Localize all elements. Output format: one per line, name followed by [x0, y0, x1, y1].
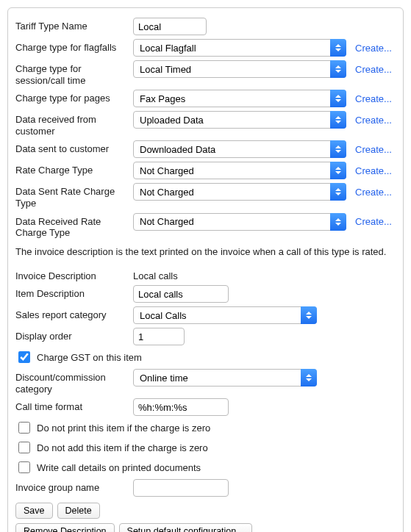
checkbox-write-details[interactable] — [18, 461, 30, 473]
select-data-sent-rate[interactable]: Not Charged — [133, 183, 346, 201]
checkbox-charge-gst[interactable] — [18, 351, 30, 363]
select-data-received-rate[interactable]: Not Charged — [133, 213, 346, 231]
input-tariff-type-name[interactable] — [133, 18, 207, 35]
select-charge-pages[interactable]: Fax Pages — [133, 90, 346, 107]
row-no-add-zero: Do not add this item if the charge is ze… — [15, 439, 396, 456]
label-rate-charge: Rate Charge Type — [15, 162, 133, 176]
row-tariff-type-name: Tariff Type Name — [15, 18, 396, 35]
button-row-2: Remove Description Setup default configu… — [15, 523, 396, 532]
link-create-data-sent[interactable]: Create... — [355, 144, 392, 155]
link-create-data-received-rate[interactable]: Create... — [355, 216, 392, 227]
row-sales-cat: Sales report category Local Calls — [15, 306, 396, 324]
checkbox-no-add-zero[interactable] — [18, 442, 30, 453]
remove-description-button[interactable]: Remove Description — [15, 523, 115, 532]
label-call-time-fmt: Call time format — [15, 398, 133, 413]
row-charge-gst: Charge GST on this item — [15, 349, 396, 365]
input-item-desc[interactable] — [133, 285, 229, 303]
row-data-received: Data received from customer Uploaded Dat… — [15, 111, 396, 137]
label-discount-cat: Discount/commission category — [15, 369, 133, 395]
select-sales-cat[interactable]: Local Calls — [133, 306, 317, 324]
label-sales-cat: Sales report category — [15, 306, 133, 321]
label-charge-flagfall: Charge type for flagfalls — [15, 39, 133, 54]
link-create-flagfall[interactable]: Create... — [355, 43, 392, 54]
input-call-time-fmt[interactable] — [133, 398, 229, 416]
label-data-sent: Data sent to customer — [15, 140, 133, 155]
button-row-1: Save Delete — [15, 503, 396, 519]
label-invoice-desc: Invoice Description — [15, 267, 133, 282]
row-data-sent-rate: Data Sent Rate Charge Type Not Charged C… — [15, 183, 396, 209]
label-no-add-zero: Do not add this item if the charge is ze… — [37, 442, 208, 453]
label-charge-session: Charge type for session/call time — [15, 60, 133, 86]
label-data-sent-rate: Data Sent Rate Charge Type — [15, 183, 133, 209]
label-invoice-group: Invoice group name — [15, 479, 133, 494]
label-charge-gst: Charge GST on this item — [37, 352, 142, 363]
label-no-print-zero: Do not print this item if the charge is … — [37, 423, 210, 434]
tariff-form-panel: Tariff Type Name Charge type for flagfal… — [7, 7, 404, 532]
link-create-rate-charge[interactable]: Create... — [355, 165, 392, 176]
link-create-data-received[interactable]: Create... — [355, 115, 392, 126]
checkbox-no-print-zero[interactable] — [18, 422, 30, 434]
label-item-desc: Item Description — [15, 285, 133, 300]
help-text-invoice-desc: The invoice description is the text prin… — [15, 246, 396, 259]
row-rate-charge: Rate Charge Type Not Charged Create... — [15, 162, 396, 179]
setup-default-button[interactable]: Setup default configuration... — [119, 523, 252, 532]
link-create-session[interactable]: Create... — [355, 64, 392, 75]
label-display-order: Display order — [15, 328, 133, 342]
label-tariff-type-name: Tariff Type Name — [15, 18, 133, 32]
link-create-data-sent-rate[interactable]: Create... — [355, 187, 392, 198]
row-data-sent: Data sent to customer Downloaded Data Cr… — [15, 140, 396, 158]
input-display-order[interactable] — [133, 328, 185, 345]
select-data-received[interactable]: Uploaded Data — [133, 111, 346, 129]
select-discount-cat[interactable]: Online time — [133, 369, 317, 387]
row-charge-session: Charge type for session/call time Local … — [15, 60, 396, 86]
row-no-print-zero: Do not print this item if the charge is … — [15, 420, 396, 436]
row-item-desc: Item Description — [15, 285, 396, 303]
label-write-details: Write call details on printed documents — [37, 462, 201, 473]
delete-button[interactable]: Delete — [57, 503, 100, 519]
select-charge-flagfall[interactable]: Local Flagfall — [133, 39, 346, 57]
row-call-time-fmt: Call time format — [15, 398, 396, 416]
save-button[interactable]: Save — [15, 503, 53, 519]
label-charge-pages: Charge type for pages — [15, 90, 133, 104]
row-invoice-desc: Invoice Description Local calls — [15, 267, 396, 282]
select-charge-session[interactable]: Local Timed — [133, 60, 346, 78]
row-charge-flagfall: Charge type for flagfalls Local Flagfall… — [15, 39, 396, 57]
row-discount-cat: Discount/commission category Online time — [15, 369, 396, 395]
row-data-received-rate: Data Received Rate Charge Type Not Charg… — [15, 213, 396, 239]
select-data-sent[interactable]: Downloaded Data — [133, 140, 346, 158]
value-invoice-desc: Local calls — [133, 267, 178, 281]
select-rate-charge[interactable]: Not Charged — [133, 162, 346, 179]
row-invoice-group: Invoice group name — [15, 479, 396, 497]
row-write-details: Write call details on printed documents — [15, 459, 396, 475]
link-create-pages[interactable]: Create... — [355, 93, 392, 104]
row-display-order: Display order — [15, 328, 396, 345]
label-data-received-rate: Data Received Rate Charge Type — [15, 213, 133, 239]
row-charge-pages: Charge type for pages Fax Pages Create..… — [15, 90, 396, 107]
label-data-received: Data received from customer — [15, 111, 133, 137]
input-invoice-group[interactable] — [133, 479, 229, 497]
